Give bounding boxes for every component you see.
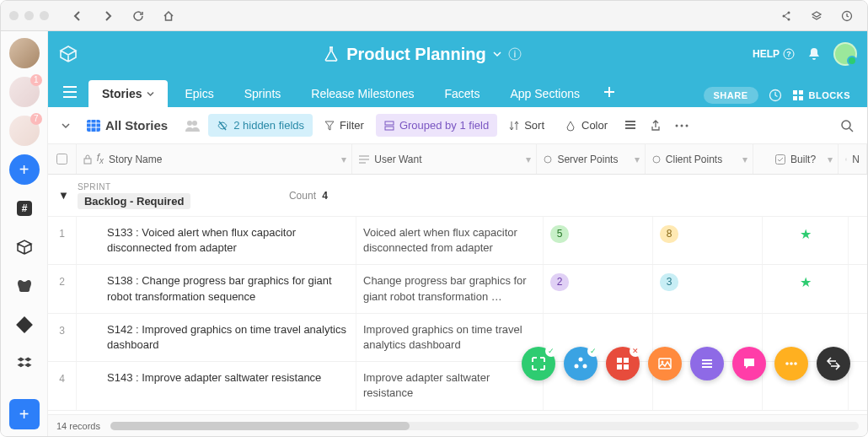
filter-button[interactable]: Filter	[316, 114, 372, 137]
table-row[interactable]: 2S138 : Change progress bar graphics for…	[48, 265, 867, 313]
cell-story-name[interactable]: S143 : Improve adapter saltwater resista…	[77, 362, 356, 409]
cell-built[interactable]: ★	[763, 217, 849, 264]
menu-icon[interactable]	[55, 86, 85, 98]
tab-epics[interactable]: Epics	[171, 80, 227, 107]
tab-app-sections[interactable]: App Sections	[496, 80, 593, 107]
app-hash-icon[interactable]: #	[9, 193, 40, 224]
cell-user-want[interactable]: Improve adapter saltwater resistance	[356, 362, 544, 409]
cell-server-points[interactable]: 5	[544, 217, 653, 264]
workspace-avatar-2[interactable]: 1	[9, 77, 40, 107]
fab-chat-button[interactable]	[732, 347, 766, 380]
circle-icon	[544, 155, 552, 164]
info-icon[interactable]: i	[508, 47, 522, 61]
share-view-icon[interactable]	[645, 115, 667, 137]
search-icon[interactable]	[835, 114, 859, 138]
column-n[interactable]: N	[839, 144, 867, 174]
app-diamond-icon[interactable]	[9, 310, 40, 340]
cell-story-name[interactable]: S133 : Voiced alert when flux capacitor …	[77, 217, 356, 264]
close-window-icon[interactable]	[9, 11, 19, 20]
group-toggle-icon[interactable]: ▼	[58, 189, 69, 202]
add-app-button[interactable]: +	[9, 399, 40, 429]
column-user-want[interactable]: User Want ▾	[352, 144, 537, 174]
column-built[interactable]: Built? ▾	[753, 144, 839, 174]
forward-button[interactable]	[96, 4, 120, 28]
color-button[interactable]: Color	[556, 114, 616, 137]
cell-story-name[interactable]: S142 : Improved graphics on time travel …	[77, 314, 356, 361]
app-title[interactable]: Product Planning	[346, 45, 486, 64]
cell-client-points[interactable]: 8	[653, 217, 763, 264]
add-workspace-button[interactable]: +	[9, 154, 40, 185]
user-avatar[interactable]	[833, 42, 857, 66]
reload-button[interactable]	[126, 4, 150, 28]
tab-facets[interactable]: Facets	[431, 80, 493, 107]
group-button[interactable]: Grouped by 1 field	[376, 114, 497, 137]
maximize-window-icon[interactable]	[40, 11, 49, 20]
app-box-icon[interactable]	[9, 232, 40, 262]
fab-arrows-button[interactable]	[817, 347, 850, 380]
row-number: 3	[48, 314, 77, 361]
cell-user-want[interactable]: Voiced alert when flux capacitor disconn…	[356, 217, 544, 264]
svg-point-32	[575, 364, 579, 369]
help-button[interactable]: HELP?	[753, 48, 795, 60]
column-server-points[interactable]: Server Points ▾	[537, 144, 645, 174]
cell-client-points[interactable]: 3	[653, 265, 763, 312]
minimize-window-icon[interactable]	[24, 11, 34, 20]
hidden-fields-button[interactable]: 2 hidden fields	[208, 114, 313, 137]
select-all-checkbox[interactable]	[48, 144, 77, 174]
cell-built[interactable]: ★	[763, 265, 849, 312]
table-row[interactable]: 1S133 : Voiced alert when flux capacitor…	[48, 217, 867, 265]
chevron-down-icon[interactable]: ▾	[341, 154, 346, 165]
column-label: Client Points	[666, 154, 722, 165]
cell-story-name[interactable]: S138 : Change progress bar graphics for …	[77, 265, 356, 312]
app-elephant-icon[interactable]	[9, 271, 40, 301]
tab-release-milestones[interactable]: Release Milestones	[297, 80, 427, 107]
chevron-down-icon[interactable]: ▾	[526, 154, 531, 165]
horizontal-scrollbar[interactable]	[110, 422, 859, 430]
filter-label: Filter	[340, 119, 364, 132]
bell-icon[interactable]	[806, 46, 822, 62]
chevron-down-icon[interactable]	[493, 50, 501, 58]
fab-grid-button[interactable]: ✕	[606, 347, 640, 380]
cell-user-want[interactable]: Change progress bar graphics for giant r…	[356, 265, 544, 312]
chevron-down-icon[interactable]	[147, 90, 154, 98]
fab-cluster-button[interactable]: ✓	[564, 347, 597, 380]
cell-user-want[interactable]: Improved graphics on time travel analyti…	[356, 314, 544, 361]
tab-sprints[interactable]: Sprints	[231, 80, 295, 107]
row-height-icon[interactable]	[619, 116, 641, 136]
collaborators-icon[interactable]	[179, 115, 205, 137]
column-client-points[interactable]: Client Points ▾	[646, 144, 753, 174]
fab-dots-button[interactable]	[774, 347, 808, 380]
column-story-name[interactable]: fx Story Name ▾	[77, 144, 353, 174]
tab-stories[interactable]: Stories	[88, 80, 168, 107]
main: Product Planning i HELP? StoriesEpicsSpr…	[48, 31, 867, 436]
share-icon[interactable]	[774, 4, 798, 28]
home-button[interactable]	[157, 4, 180, 28]
workspace-avatar-3[interactable]: 7	[9, 116, 40, 146]
blocks-button[interactable]: BLOCKS	[792, 89, 850, 101]
activity-icon[interactable]	[769, 89, 782, 102]
chevron-down-icon[interactable]: ▾	[635, 154, 640, 165]
cell-server-points[interactable]: 2	[544, 265, 653, 312]
flask-icon	[323, 46, 340, 62]
chevron-down-icon[interactable]: ▾	[828, 154, 833, 165]
chevron-down-icon[interactable]: ▾	[742, 154, 747, 165]
sort-button[interactable]: Sort	[501, 114, 553, 137]
workspace-avatar-1[interactable]	[9, 38, 40, 68]
svg-rect-15	[799, 96, 803, 100]
back-button[interactable]	[66, 4, 89, 28]
fab-image-button[interactable]	[648, 347, 682, 380]
fab-lines-button[interactable]	[690, 347, 724, 380]
layers-icon[interactable]	[805, 4, 828, 28]
fab-expand-button[interactable]: ✓	[522, 347, 555, 380]
app-dropbox-icon[interactable]	[9, 348, 40, 379]
more-icon[interactable]	[670, 119, 694, 132]
history-icon[interactable]	[835, 4, 859, 28]
svg-rect-36	[617, 364, 622, 370]
collapse-icon[interactable]	[56, 116, 75, 135]
add-tab-button[interactable]	[597, 81, 622, 103]
view-switcher[interactable]: All Stories	[78, 113, 176, 138]
group-header[interactable]: ▼ SPRINT Backlog - Required Count 4	[48, 175, 867, 217]
window-chrome	[1, 1, 867, 31]
svg-point-24	[842, 121, 850, 129]
share-button[interactable]: SHARE	[704, 87, 758, 104]
